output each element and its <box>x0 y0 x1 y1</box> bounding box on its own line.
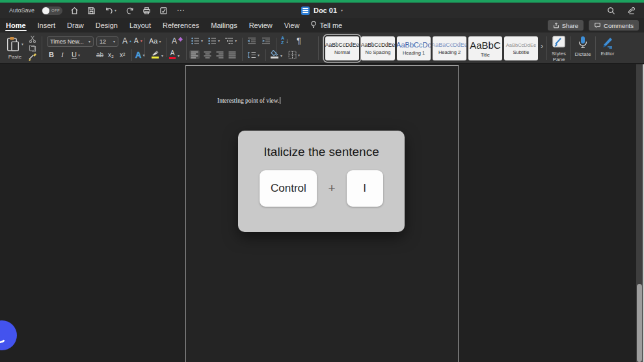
share-button[interactable]: Share <box>548 20 584 31</box>
save-icon[interactable] <box>87 6 96 16</box>
font-color-bar <box>169 57 176 59</box>
editor-pencil-icon <box>601 36 614 49</box>
redo-icon[interactable] <box>125 6 135 16</box>
style-heading-2[interactable]: AaBaCcDdEe Heading 2 <box>433 36 466 60</box>
styles-pane-icon <box>552 36 566 49</box>
shortcut-keys: Control + I <box>238 170 405 207</box>
tab-design[interactable]: Design <box>95 19 118 32</box>
style-preview: AaBbCcDc <box>397 41 431 49</box>
style-normal[interactable]: AaBbCcDdEe Normal <box>325 36 359 60</box>
highlight-button[interactable] <box>152 50 159 58</box>
align-left-button[interactable] <box>189 50 200 59</box>
tell-me-label: Tell me <box>319 21 342 29</box>
shading-color-bar <box>271 57 278 58</box>
highlight-chevron-icon[interactable] <box>161 54 163 58</box>
borders-button[interactable] <box>288 51 300 59</box>
feedback-icon[interactable] <box>626 6 636 16</box>
tab-tell-me[interactable]: Tell me <box>310 21 342 30</box>
tab-draw[interactable]: Draw <box>66 19 85 32</box>
lightbulb-icon <box>310 21 317 30</box>
superscript-button[interactable]: x² <box>120 52 125 58</box>
cut-icon[interactable] <box>29 35 36 43</box>
comments-button[interactable]: Comments <box>589 20 639 31</box>
change-case-button[interactable]: Aa <box>149 38 161 45</box>
shrink-font-button[interactable]: A▾ <box>134 38 142 44</box>
microphone-icon <box>578 36 587 49</box>
copy-icon[interactable] <box>29 44 36 52</box>
bullet-list-button[interactable] <box>191 37 203 45</box>
sort-a-glyph: A <box>281 36 284 40</box>
font-color-button[interactable]: A <box>169 50 176 59</box>
overlay-title: Italicize the sentence <box>238 145 405 159</box>
numbered-list-chevron-icon[interactable] <box>218 39 220 43</box>
scrollbar-thumb[interactable] <box>637 284 642 362</box>
document-area: Interesting point of view. Italicize the… <box>0 64 644 362</box>
font-size-select[interactable]: 12 <box>96 36 118 47</box>
paste-button[interactable] <box>6 36 23 53</box>
styles-pane-button[interactable]: Styles Pane <box>546 36 571 62</box>
style-subtitle[interactable]: AaBbCcDdEe Subtitle <box>504 36 538 60</box>
title-menu-chevron-icon[interactable] <box>341 8 343 12</box>
numbered-list-button[interactable] <box>208 37 220 45</box>
bullet-list-chevron-icon[interactable] <box>201 39 203 43</box>
underline-button[interactable]: U <box>72 51 80 58</box>
paste-menu-chevron-icon[interactable] <box>21 42 23 46</box>
justify-button[interactable] <box>227 50 237 59</box>
align-center-button[interactable] <box>202 50 213 59</box>
assistant-bubble-button[interactable] <box>0 320 17 350</box>
align-right-button[interactable] <box>215 50 225 59</box>
tab-review[interactable]: Review <box>248 19 273 32</box>
style-title[interactable]: AaBbC Title <box>468 36 502 60</box>
bold-button[interactable]: B <box>49 51 54 58</box>
undo-menu-chevron-icon[interactable] <box>114 8 116 12</box>
text-effects-button[interactable]: A <box>135 51 144 59</box>
tab-mailings[interactable]: Mailings <box>210 19 237 32</box>
strikethrough-button[interactable]: ab <box>96 52 103 58</box>
tab-view[interactable]: View <box>284 19 301 32</box>
autosave-toggle[interactable]: OFF <box>42 6 62 15</box>
proofing-icon[interactable] <box>159 6 168 16</box>
keycap-control: Control <box>260 170 317 207</box>
clear-formatting-button[interactable]: A <box>172 37 182 45</box>
line-spacing-button[interactable] <box>247 51 260 58</box>
underline-chevron-icon[interactable] <box>78 53 80 57</box>
style-heading-1[interactable]: AaBbCcDc Heading 1 <box>397 36 431 60</box>
font-name-select[interactable]: Times New... <box>47 36 94 47</box>
mini-separator <box>131 49 132 61</box>
tab-actions: Share Comments <box>548 20 639 31</box>
subscript-button[interactable]: x₂ <box>108 52 114 58</box>
line-spacing-chevron-icon[interactable] <box>258 53 260 57</box>
show-formatting-button[interactable]: ¶ <box>297 36 301 45</box>
shading-button[interactable] <box>271 50 278 58</box>
style-no-spacing[interactable]: AaBbCcDdEe No Spacing <box>361 36 395 60</box>
tab-home[interactable]: Home <box>5 19 27 32</box>
home-icon[interactable] <box>70 6 79 16</box>
italic-button[interactable]: I <box>61 51 64 58</box>
search-icon[interactable] <box>606 6 616 16</box>
plus-sign: + <box>328 181 335 196</box>
style-label: Heading 1 <box>403 50 425 56</box>
grow-font-button[interactable]: A▴ <box>122 37 131 45</box>
tab-layout[interactable]: Layout <box>129 19 152 32</box>
dictate-button[interactable]: Dictate <box>570 36 595 57</box>
word-doc-icon <box>301 6 310 15</box>
document-title[interactable]: Doc 01 <box>314 6 337 14</box>
more-commands-icon[interactable]: ⋯ <box>176 6 185 16</box>
vertical-scrollbar[interactable] <box>636 64 643 362</box>
undo-icon[interactable] <box>103 6 118 16</box>
shading-chevron-icon[interactable] <box>280 54 282 58</box>
format-painter-icon[interactable] <box>28 53 37 61</box>
multilevel-list-chevron-icon[interactable] <box>235 39 237 43</box>
tab-references[interactable]: References <box>162 19 200 32</box>
tab-insert[interactable]: Insert <box>37 19 57 32</box>
print-icon[interactable] <box>142 6 152 16</box>
more-styles-chevron-icon[interactable]: › <box>541 42 543 51</box>
multilevel-list-button[interactable] <box>225 37 237 45</box>
sort-button[interactable]: A Z ↓ <box>281 36 289 45</box>
dictate-label: Dictate <box>575 51 591 57</box>
increase-indent-icon[interactable] <box>262 37 271 45</box>
decrease-indent-icon[interactable] <box>247 37 256 45</box>
borders-chevron-icon[interactable] <box>298 53 300 57</box>
font-color-chevron-icon[interactable] <box>178 54 180 58</box>
editor-button[interactable]: Editor <box>595 36 620 57</box>
